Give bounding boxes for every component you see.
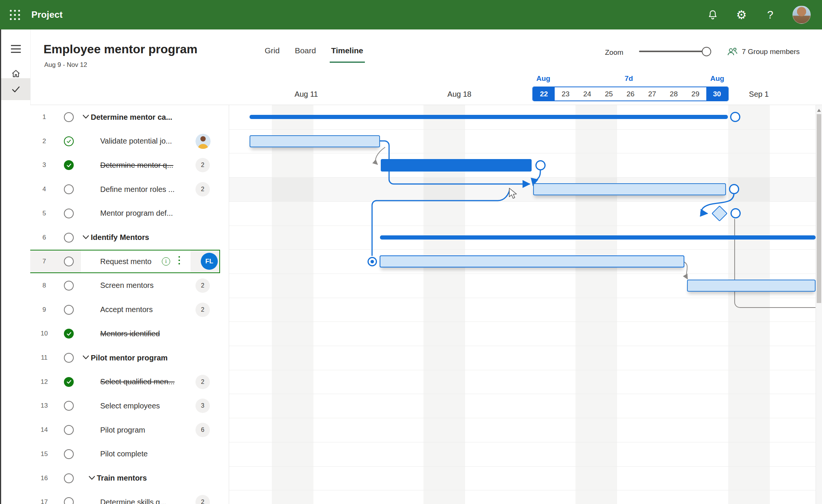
task-complete-toggle[interactable] xyxy=(64,497,74,504)
day-cell-25[interactable]: 25 xyxy=(598,87,620,100)
tab-grid[interactable]: Grid xyxy=(265,46,280,60)
task-row[interactable]: 16Train mentors xyxy=(30,466,229,490)
task-complete-toggle[interactable] xyxy=(64,184,74,194)
task-complete-toggle[interactable] xyxy=(64,329,74,339)
task-row[interactable]: 4Define mentor roles ...2 xyxy=(30,177,229,201)
task-row[interactable]: 17Determine skills g...2 xyxy=(30,490,229,504)
selected-date-range[interactable]: 222324252627282930 xyxy=(532,87,729,101)
assignee-avatar-initials[interactable]: FL xyxy=(201,253,218,270)
task-row[interactable]: 11Pilot mentor program xyxy=(30,346,229,370)
task-name[interactable]: Mentors identified xyxy=(100,322,160,346)
task-name[interactable]: Request mento xyxy=(100,249,152,274)
assignee-count-badge: 2 xyxy=(195,375,210,389)
bar-end-handle[interactable] xyxy=(730,208,741,218)
bar-end-handle[interactable] xyxy=(535,160,546,170)
task-row[interactable]: 9Accept mentors2 xyxy=(30,298,229,322)
task-row[interactable]: 14Pilot program6 xyxy=(30,418,229,442)
task-bar[interactable] xyxy=(533,183,726,195)
task-complete-toggle[interactable] xyxy=(64,112,74,122)
task-row[interactable]: 7Request mentoiFL xyxy=(30,249,229,274)
scrollbar-up-arrow[interactable] xyxy=(817,109,821,112)
task-row[interactable]: 12Select qualified men...2 xyxy=(30,370,229,394)
task-name[interactable]: Determine skills g... xyxy=(100,490,166,504)
task-complete-toggle[interactable] xyxy=(64,209,74,218)
task-complete-toggle[interactable] xyxy=(64,305,74,315)
task-name[interactable]: Determine mentor ca... xyxy=(91,105,172,129)
task-name[interactable]: Train mentors xyxy=(97,466,147,490)
collapse-chevron-icon[interactable] xyxy=(82,114,89,119)
task-name[interactable]: Accept mentors xyxy=(100,298,153,322)
task-name[interactable]: Select employees xyxy=(100,394,160,418)
bar-end-handle[interactable] xyxy=(729,184,739,194)
group-members-button[interactable]: 7 Group members xyxy=(727,47,800,57)
zoom-slider-track[interactable] xyxy=(639,51,706,52)
day-cell-30[interactable]: 30 xyxy=(706,87,728,100)
task-row[interactable]: 15Pilot complete xyxy=(30,442,229,466)
task-complete-toggle[interactable] xyxy=(64,136,74,146)
task-row[interactable]: 5Mentor program def... xyxy=(30,201,229,226)
task-row[interactable]: 8Screen mentors2 xyxy=(30,274,229,298)
task-bar-complete[interactable] xyxy=(381,159,532,172)
row-menu-icon[interactable] xyxy=(178,256,180,264)
task-complete-toggle[interactable] xyxy=(64,353,74,363)
task-name[interactable]: Pilot program xyxy=(100,418,145,442)
collapse-chevron-icon[interactable] xyxy=(88,476,95,480)
task-row[interactable]: 2Validate potential jo... xyxy=(30,129,229,153)
task-complete-toggle[interactable] xyxy=(64,233,74,243)
tab-board[interactable]: Board xyxy=(295,46,316,60)
row-gridline xyxy=(229,201,816,202)
task-complete-toggle[interactable] xyxy=(64,425,74,435)
tab-timeline[interactable]: Timeline xyxy=(331,46,363,60)
task-name[interactable]: Define mentor roles ... xyxy=(100,177,175,201)
collapse-chevron-icon[interactable] xyxy=(82,235,89,240)
scrollbar-thumb[interactable] xyxy=(817,114,821,303)
assignee-count-badge: 2 xyxy=(195,303,210,317)
task-name[interactable]: Pilot mentor program xyxy=(91,346,168,370)
settings-gear-icon[interactable]: ⚙ xyxy=(735,8,748,21)
day-cell-24[interactable]: 24 xyxy=(576,87,598,100)
task-bar[interactable] xyxy=(687,280,816,292)
task-row[interactable]: 6Identify Mentors xyxy=(30,226,229,250)
task-complete-toggle[interactable] xyxy=(64,281,74,291)
task-bar[interactable] xyxy=(250,135,380,147)
bar-end-handle[interactable] xyxy=(730,112,740,122)
task-name[interactable]: Screen mentors xyxy=(100,274,154,298)
task-row[interactable]: 10Mentors identified xyxy=(30,322,229,346)
task-name[interactable]: Pilot complete xyxy=(100,442,148,466)
day-cell-29[interactable]: 29 xyxy=(685,87,706,100)
task-bar[interactable] xyxy=(380,255,684,267)
milestone-diamond[interactable] xyxy=(712,205,727,221)
nav-menu-button[interactable] xyxy=(1,38,30,60)
summary-bar[interactable] xyxy=(380,235,816,240)
list-chart-divider xyxy=(229,105,229,504)
task-row[interactable]: 1Determine mentor ca... xyxy=(30,105,229,129)
task-complete-toggle[interactable] xyxy=(64,401,74,411)
zoom-slider-handle[interactable] xyxy=(702,47,711,56)
notifications-bell-icon[interactable] xyxy=(706,8,719,21)
day-cell-23[interactable]: 23 xyxy=(555,87,576,100)
task-name[interactable]: Select qualified men... xyxy=(100,370,175,394)
task-complete-toggle[interactable] xyxy=(64,449,74,459)
nav-tasks-button[interactable] xyxy=(1,78,30,100)
task-name[interactable]: Validate potential jo... xyxy=(100,129,172,153)
help-icon[interactable]: ? xyxy=(764,8,777,21)
task-row[interactable]: 13Select employees3 xyxy=(30,394,229,418)
task-complete-toggle[interactable] xyxy=(64,160,74,170)
task-complete-toggle[interactable] xyxy=(64,377,74,387)
task-row[interactable]: 3Determine mentor q...2 xyxy=(30,153,229,177)
day-cell-28[interactable]: 28 xyxy=(663,87,684,100)
collapse-chevron-icon[interactable] xyxy=(82,355,89,360)
day-cell-26[interactable]: 26 xyxy=(620,87,641,100)
bar-start-marker[interactable] xyxy=(368,257,377,266)
summary-bar[interactable] xyxy=(250,115,728,119)
task-complete-toggle[interactable] xyxy=(64,473,74,483)
task-name[interactable]: Identify Mentors xyxy=(91,226,149,250)
task-number: 12 xyxy=(37,370,51,394)
app-launcher-waffle-icon[interactable] xyxy=(10,10,20,20)
day-cell-22[interactable]: 22 xyxy=(533,87,555,100)
task-name[interactable]: Determine mentor q... xyxy=(100,153,173,177)
task-complete-toggle[interactable] xyxy=(64,257,74,266)
task-name[interactable]: Mentor program def... xyxy=(100,201,173,226)
account-avatar[interactable] xyxy=(793,6,811,24)
day-cell-27[interactable]: 27 xyxy=(641,87,663,100)
